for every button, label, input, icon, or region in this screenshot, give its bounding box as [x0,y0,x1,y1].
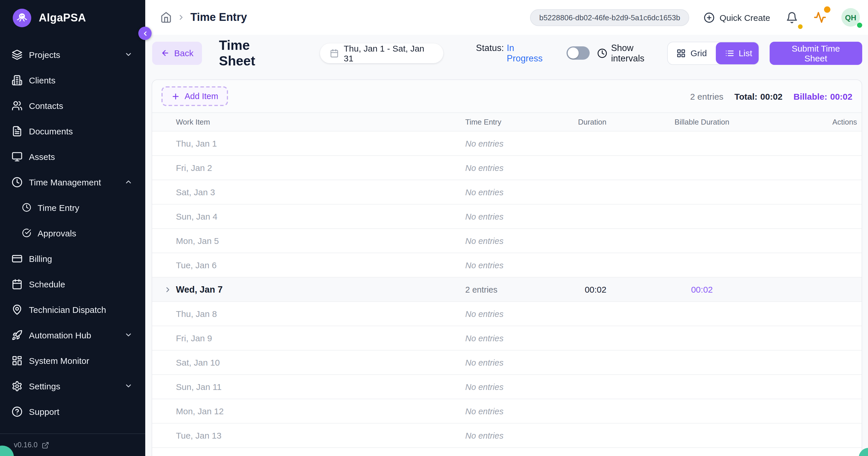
sidebar-item-documents[interactable]: Documents [0,118,145,144]
record-id-pill[interactable]: b5228806-db02-46fe-b2d9-5a1c6dc1653b [530,9,689,26]
sidebar-footer: v0.16.0 [0,433,145,456]
chevron-down-icon [124,50,132,59]
row-entries: No entries [465,309,503,319]
table-row: Thu, Jan 1 No entries [152,131,862,155]
sidebar-item-label: Automation Hub [29,330,91,340]
entries-count: 2 entries [690,91,723,101]
users-icon [11,100,23,111]
sidebar-item-projects[interactable]: Projects [0,42,145,67]
list-view-button[interactable]: List [715,42,759,64]
app-logo[interactable]: AlgaPSA [0,0,145,27]
building-icon [11,75,23,85]
row-day: Wed, Jan 14 [176,455,224,456]
status-value: In Progress [507,42,550,63]
avatar[interactable]: QH [841,8,860,27]
sidebar-item-contacts[interactable]: Contacts [0,93,145,118]
quick-create-button[interactable]: Quick Create [704,12,770,23]
sidebar-nav: Projects Clients Contacts Documents Asse… [0,42,145,433]
activity-button[interactable] [814,11,826,24]
row-day: Sun, Jan 11 [176,382,222,392]
table-row: Mon, Jan 5 No entries [152,228,862,253]
grid-view-button[interactable]: Grid [668,42,715,64]
credit-card-icon [11,253,23,264]
sidebar-item-label: Schedule [29,279,65,289]
list-view-label: List [739,48,752,58]
show-intervals-label-group: Show intervals [597,42,667,63]
row-day: Sun, Jan 4 [176,211,217,221]
clock-icon [11,176,23,188]
sidebar-item-technician-dispatch[interactable]: Technician Dispatch [0,297,145,322]
sidebar-item-label: Technician Dispatch [29,305,106,314]
sidebar-item-label: System Monitor [29,355,89,365]
clock-icon [22,203,31,212]
table-row-expandable[interactable]: Wed, Jan 7 2 entries 00:02 00:02 [152,277,862,301]
sidebar-item-label: Time Management [29,177,101,187]
notification-dot [798,24,803,29]
row-day: Mon, Jan 5 [176,236,219,246]
list-icon [725,48,734,58]
row-entries: No entries [465,358,503,367]
file-text-icon [11,125,23,137]
row-day: Wed, Jan 7 [176,284,222,295]
plus-circle-icon [704,12,715,23]
row-entries: No entries [465,188,503,197]
sidebar-item-settings[interactable]: Settings [0,373,145,399]
sidebar-item-automation-hub[interactable]: Automation Hub [0,322,145,348]
show-intervals-toggle[interactable] [566,46,589,60]
add-item-label: Add Item [185,91,218,101]
back-button[interactable]: Back [152,41,202,65]
column-actions: Actions [797,118,857,126]
notifications-button[interactable] [786,11,798,24]
activity-dot [824,6,830,13]
sidebar-item-time-management[interactable]: Time Management [0,169,145,195]
row-billable: 00:02 [691,284,713,294]
row-day: Mon, Jan 12 [176,406,224,416]
check-circle-icon [22,228,31,237]
layout-grid-icon [11,355,23,366]
chevron-up-icon [124,178,132,186]
totals-summary: 2 entries Total:00:02 Billable:00:02 [690,91,852,101]
gear-icon [11,380,23,391]
row-day: Fri, Jan 9 [176,333,212,343]
expand-chevron-right-icon[interactable] [164,285,172,293]
add-item-button[interactable]: Add Item [161,86,228,106]
view-switcher: Grid List [667,41,759,65]
home-icon[interactable] [160,11,172,23]
show-intervals-label: Show intervals [611,42,668,63]
sidebar-item-billing[interactable]: Billing [0,246,145,271]
grid-view-label: Grid [690,48,707,58]
page-title: Time Sheet [219,37,287,69]
timesheet-summary-bar: Add Item 2 entries Total:00:02 Billable:… [152,80,862,112]
sidebar-item-system-monitor[interactable]: System Monitor [0,348,145,373]
sidebar-item-label: Support [29,406,59,416]
row-entries: No entries [465,139,503,148]
table-row: Sun, Jan 11 No entries [152,374,862,399]
billable-duration: Billable:00:02 [794,91,852,101]
sidebar-item-label: Billing [29,254,52,263]
app-window: AlgaPSA Projects Clients Contacts Docume… [0,0,868,456]
row-entries: No entries [465,334,503,343]
row-day: Sat, Jan 3 [176,187,215,197]
sidebar-item-label: Projects [29,50,60,59]
bell-icon [786,11,798,24]
external-link-icon[interactable] [42,441,49,449]
date-range-picker[interactable]: Thu, Jan 1 - Sat, Jan 31 [320,43,443,63]
sidebar-item-approvals[interactable]: Approvals [0,220,145,246]
sidebar-item-assets[interactable]: Assets [0,144,145,169]
sidebar-item-label: Clients [29,75,56,85]
sidebar: AlgaPSA Projects Clients Contacts Docume… [0,0,145,456]
column-duration: Duration [564,118,607,126]
table-row: Wed, Jan 14 No entries [152,447,862,456]
sidebar-item-clients[interactable]: Clients [0,67,145,93]
breadcrumb: Time Entry [190,11,247,24]
submit-time-sheet-button[interactable]: Submit Time Sheet [769,41,862,65]
main-content: Time Entry b5228806-db02-46fe-b2d9-5a1c6… [145,0,868,456]
timesheet-toolbar: Back Time Sheet Thu, Jan 1 - Sat, Jan 31… [152,41,862,65]
row-entries: No entries [465,236,503,246]
top-bar: Time Entry b5228806-db02-46fe-b2d9-5a1c6… [145,0,868,35]
sidebar-item-schedule[interactable]: Schedule [0,271,145,297]
sidebar-item-support[interactable]: Support [0,399,145,424]
sidebar-collapse-button[interactable] [138,27,152,40]
monitor-icon [11,151,23,162]
sidebar-item-time-entry[interactable]: Time Entry [0,195,145,220]
